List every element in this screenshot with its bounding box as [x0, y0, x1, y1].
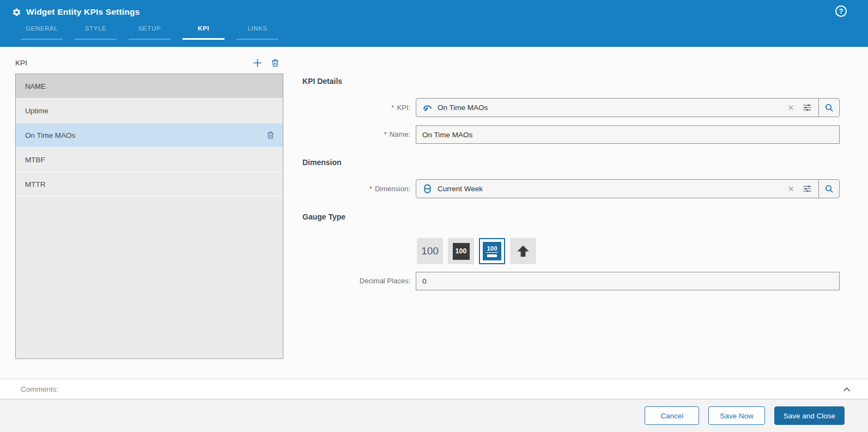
gauge-type-heading: Gauge Type — [302, 212, 345, 221]
gauge-option-number-with-bar[interactable]: 100 — [479, 238, 505, 264]
dialog-footer: Cancel Save Now Save and Close — [0, 399, 868, 432]
dialog-header: Widget Entity KPIs Settings ? GENERAL ST… — [0, 0, 868, 47]
cancel-button[interactable]: Cancel — [645, 406, 699, 425]
dimension-lookup-field[interactable]: Current Week — [416, 179, 840, 198]
list-item-label: MTTR — [25, 180, 46, 188]
clear-x-icon[interactable] — [787, 104, 794, 111]
kpi-search-button[interactable] — [818, 99, 839, 117]
dimension-field-label: * Dimension: — [296, 179, 410, 198]
gauge-icon — [422, 102, 433, 113]
kpi-list-column-header: NAME — [16, 74, 283, 99]
magnifier-icon — [824, 184, 834, 194]
kpi-lookup-field[interactable]: On Time MAOs — [416, 98, 840, 117]
kpi-list: NAME Uptime On Time MAOs MTBF MTTR — [15, 74, 283, 359]
arrow-up-icon — [515, 243, 531, 259]
tab-style[interactable]: STYLE — [69, 25, 123, 40]
gauge-option-trend-arrow[interactable] — [510, 238, 536, 264]
required-asterisk: * — [369, 185, 372, 193]
dimension-value: Current Week — [438, 185, 483, 193]
trash-icon[interactable] — [266, 130, 275, 140]
gauge-type-options: 100 100 100 — [417, 238, 536, 264]
decimal-places-label: Decimal Places: — [296, 271, 410, 290]
name-input[interactable] — [416, 125, 840, 144]
trash-icon[interactable] — [270, 58, 280, 68]
kpi-details-heading: KPI Details — [302, 77, 342, 86]
list-item-label: Uptime — [25, 107, 48, 115]
dimension-heading: Dimension — [302, 158, 342, 167]
chevron-up-icon[interactable] — [842, 385, 852, 394]
gauge-option-number-plain[interactable]: 100 — [417, 238, 443, 264]
list-item-mtbf[interactable]: MTBF — [16, 148, 283, 172]
plus-icon[interactable] — [252, 58, 263, 68]
gauge-option-number-dark-box[interactable]: 100 — [448, 238, 474, 264]
sliders-icon[interactable] — [802, 184, 812, 194]
dimension-search-button[interactable] — [818, 180, 839, 198]
kpi-list-title: KPI — [15, 59, 27, 67]
tab-general[interactable]: GENERAL — [15, 25, 69, 40]
list-item-mttr[interactable]: MTTR — [16, 172, 283, 197]
tab-links[interactable]: LINKS — [230, 25, 284, 40]
clear-x-icon[interactable] — [787, 185, 794, 192]
gauge-bar-shape — [487, 254, 497, 257]
tab-setup[interactable]: SETUP — [123, 25, 177, 40]
list-item-on-time-maos[interactable]: On Time MAOs — [16, 123, 283, 148]
magnifier-icon — [824, 103, 834, 113]
list-item-label: MTBF — [25, 156, 45, 164]
kpi-value: On Time MAOs — [438, 104, 488, 112]
dialog-title: Widget Entity KPIs Settings — [26, 7, 140, 17]
comments-label: Comments: — [21, 385, 58, 393]
help-icon[interactable]: ? — [835, 5, 847, 17]
name-field-label: * Name: — [296, 125, 410, 144]
kpi-field-label: * KPI: — [296, 98, 410, 117]
gear-icon — [12, 8, 21, 17]
list-item-label: On Time MAOs — [25, 131, 75, 139]
database-icon — [422, 184, 433, 194]
save-and-close-button[interactable]: Save and Close — [774, 406, 845, 425]
tab-bar: GENERAL STYLE SETUP KPI LINKS — [15, 25, 284, 40]
comments-bar[interactable]: Comments: — [0, 379, 868, 399]
list-item-uptime[interactable]: Uptime — [16, 99, 283, 123]
required-asterisk: * — [384, 130, 387, 138]
tab-kpi[interactable]: KPI — [177, 25, 230, 40]
decimal-places-input[interactable] — [416, 272, 840, 290]
sliders-icon[interactable] — [802, 102, 812, 113]
save-now-button[interactable]: Save Now — [708, 406, 765, 425]
required-asterisk: * — [391, 104, 394, 112]
